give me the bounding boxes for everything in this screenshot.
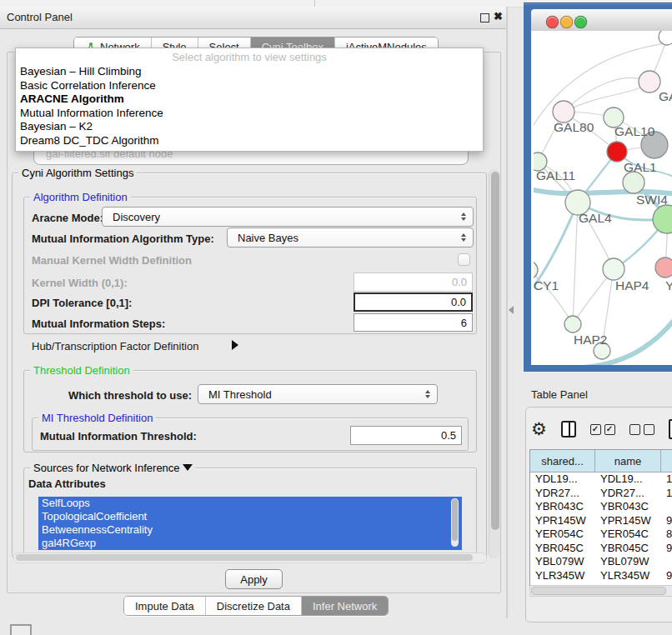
tab-discretize-data[interactable]: Discretize Data: [206, 597, 302, 615]
table-cell: YBR043C: [530, 500, 595, 514]
tab-infer-network[interactable]: Infer Network: [302, 597, 388, 615]
combo-arrows-icon: [461, 233, 466, 242]
table-row[interactable]: YDR27...YDR27...12: [530, 487, 672, 501]
popup-item-bayesian-hill-climbing[interactable]: Bayesian – Hill Climbing: [16, 65, 483, 79]
table-row[interactable]: YPR145WYPR145W9.: [530, 514, 672, 528]
mi-steps-label: Mutual Information Steps:: [32, 318, 165, 330]
kernel-width-field[interactable]: 0.0: [354, 272, 473, 292]
settings-vertical-scrollbar[interactable]: [489, 169, 500, 558]
which-threshold-label: Which threshold to use:: [68, 389, 192, 402]
which-threshold-select[interactable]: MI Threshold: [198, 384, 438, 404]
attribute-item-topologicalcoefficient[interactable]: TopologicalCoefficient: [38, 510, 462, 523]
table-horizontal-scrollbar[interactable]: [529, 585, 672, 597]
popup-item-dream8-dc-tdc-algorithm[interactable]: Dream8 DC_TDC Algorithm: [16, 134, 483, 148]
attributes-scrollbar-thumb[interactable]: [452, 499, 458, 541]
data-attributes-list[interactable]: SelfLoopsTopologicalCoefficientBetweenne…: [38, 497, 462, 550]
network-node[interactable]: [653, 205, 672, 233]
tab-impute-data[interactable]: Impute Data: [124, 597, 206, 615]
manual-kernel-width-checkbox[interactable]: [458, 253, 470, 266]
network-node-label: HAP2: [574, 332, 608, 347]
mac-zoom-icon[interactable]: [574, 16, 587, 28]
aracne-mode-select[interactable]: Discovery: [102, 207, 474, 227]
network-node-label: GAL: [659, 89, 672, 103]
table-cell: 13: [661, 472, 672, 487]
settings-hscrollbar-thumb[interactable]: [16, 554, 473, 561]
dpi-tolerance-label: DPI Tolerance [0,1]:: [32, 297, 132, 309]
panel-divider[interactable]: [506, 7, 507, 618]
mi-threshold-field[interactable]: 0.5: [350, 426, 462, 445]
network-node-y[interactable]: [655, 258, 672, 278]
document-icon[interactable]: [669, 419, 672, 439]
attribute-item-betweennesscentrality[interactable]: BetweennessCentrality: [38, 523, 462, 537]
cyni-algorithm-settings-title: Cyni Algorithm Settings: [18, 167, 137, 179]
table-cell: YDR27...: [530, 487, 595, 501]
select-all-columns-icon[interactable]: ✓✓: [590, 424, 615, 435]
bottom-tabbar: Impute DataDiscretize DataInfer Network: [123, 596, 389, 616]
table-row[interactable]: YBR045CYBR045C9.: [530, 542, 672, 556]
sources-group-title: Sources for Network Inference: [30, 462, 196, 474]
column-header-shared[interactable]: shared...: [530, 450, 595, 472]
settings-scrollbar-thumb[interactable]: [491, 172, 499, 530]
settings-horizontal-scrollbar[interactable]: [13, 552, 487, 563]
hub-definition-label: Hub/Transcription Factor Definition: [32, 340, 198, 352]
network-node-gcy1[interactable]: [534, 261, 538, 279]
network-view-window[interactable]: GALGAL80GAL10GAL1GAL11SWI4GAL4GCY1HAP4YH…: [524, 2, 672, 372]
mi-steps-field[interactable]: 6: [354, 313, 473, 332]
table-cell: YBR045C: [595, 542, 661, 556]
table-panel: ⚙ ✓✓ shared...nameA YDL19...YDL19...13YD…: [525, 407, 672, 622]
network-node-label: GAL11: [536, 168, 575, 182]
mac-close-icon[interactable]: [546, 16, 559, 28]
popup-item-list: Bayesian – Hill ClimbingBasic Correlatio…: [16, 65, 483, 148]
table-cell: YDR27...: [595, 487, 661, 501]
network-node-label: GCY1: [534, 278, 559, 292]
network-node-label: GAL10: [614, 124, 655, 138]
manual-kernel-width-label: Manual Kernel Width Definition: [32, 254, 192, 267]
table-row[interactable]: YDL19...YDL19...13: [530, 472, 672, 487]
table-hscrollbar-thumb[interactable]: [531, 587, 666, 595]
table-row[interactable]: YLR345WYLR345W9.: [530, 569, 672, 583]
deselect-all-columns-icon[interactable]: [629, 424, 654, 435]
mac-minimize-icon[interactable]: [560, 16, 573, 28]
gear-icon[interactable]: ⚙: [531, 421, 547, 438]
table-row[interactable]: YER054CYER054C8.: [530, 528, 672, 542]
popup-item-aracne-algorithm[interactable]: ARACNE Algorithm: [16, 92, 483, 107]
network-canvas[interactable]: GALGAL80GAL10GAL1GAL11SWI4GAL4GCY1HAP4YH…: [531, 31, 672, 365]
popup-item-mutual-information-inference[interactable]: Mutual Information Inference: [16, 107, 483, 121]
table-cell: YBL079W: [530, 555, 595, 569]
apply-button[interactable]: Apply: [225, 569, 283, 589]
network-node-hap4[interactable]: [603, 258, 624, 280]
control-panel-titlebar: Control Panel ✖: [0, 7, 507, 29]
float-window-icon[interactable]: [480, 13, 489, 22]
table-cell: 8.: [661, 528, 672, 542]
attribute-item-gal4rgexp[interactable]: gal4RGexp: [38, 537, 462, 550]
divider-collapse-icon[interactable]: [509, 306, 514, 314]
network-node-gal[interactable]: [639, 71, 660, 92]
table-row[interactable]: YBR043CYBR043C: [530, 500, 672, 514]
network-node[interactable]: [659, 31, 672, 45]
network-edge: [573, 202, 578, 324]
top-strip-divider: [314, 0, 315, 7]
attributes-scrollbar[interactable]: [451, 498, 459, 547]
network-node-hap2[interactable]: [564, 316, 581, 332]
network-node-swi4[interactable]: [623, 172, 644, 193]
algorithm-dropdown-popup: Select algorithm to view settings Bayesi…: [15, 48, 484, 152]
network-node-gal1[interactable]: [607, 142, 627, 162]
columns-icon[interactable]: [561, 421, 576, 438]
table-row[interactable]: YBL079WYBL079W: [530, 555, 672, 569]
popup-item-basic-correlation-inference[interactable]: Basic Correlation Inference: [16, 79, 483, 93]
column-header-name[interactable]: name: [595, 450, 661, 472]
collapse-down-icon[interactable]: [183, 464, 193, 471]
attribute-item-selfloops[interactable]: SelfLoops: [38, 497, 462, 510]
popup-item-bayesian-k2[interactable]: Bayesian – K2: [16, 120, 483, 134]
expand-right-icon[interactable]: [232, 340, 238, 350]
network-node-label: GAL80: [554, 120, 594, 134]
mi-algorithm-type-select[interactable]: Naive Bayes: [227, 228, 474, 248]
close-icon[interactable]: ✖: [494, 10, 503, 22]
table-cell: YER054C: [530, 528, 595, 542]
table-header-row: shared...nameA: [530, 450, 672, 472]
dpi-tolerance-field[interactable]: 0.0: [354, 292, 473, 312]
network-window-titlebar[interactable]: [531, 9, 672, 32]
column-header-a[interactable]: A: [661, 450, 672, 472]
mi-threshold-group-title: MI Threshold Definition: [38, 412, 156, 424]
table-cell: [661, 555, 672, 569]
